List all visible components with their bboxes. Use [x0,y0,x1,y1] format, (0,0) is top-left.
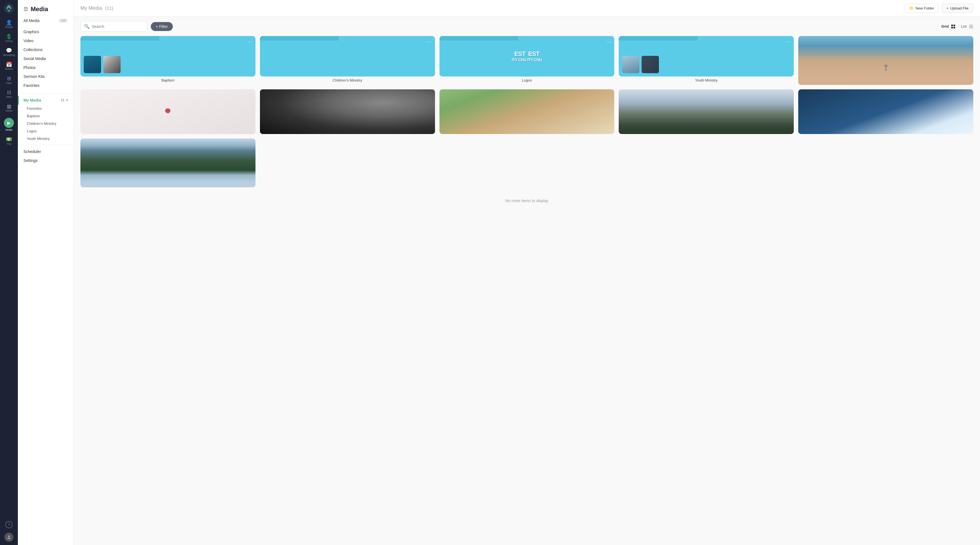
sidebar-item-events[interactable]: 📅 Events [0,60,18,73]
image-dark-church[interactable] [619,89,794,134]
youth-ministry-sub-item[interactable]: Youth Ministry [21,135,73,142]
svg-rect-2 [951,25,953,26]
folder-youth-ministry[interactable]: ··· Youth Ministry [619,36,794,85]
upload-icon: + [947,6,949,10]
image-hands-heart[interactable] [80,89,256,134]
svg-rect-6 [969,25,973,25]
sidebar-item-pay[interactable]: 💵 Pay [0,135,18,148]
video-item[interactable]: Video [18,36,73,45]
filter-button[interactable]: + Filter [151,22,173,31]
logos-label: Logos [439,76,614,83]
settings-item[interactable]: Settings [18,156,73,165]
image-desk-laptop[interactable] [439,89,614,134]
sidebar-item-people[interactable]: 👤 People [0,18,18,31]
grid-view-button[interactable]: Grid [941,24,949,29]
baptism-sub-item[interactable]: Baptism [21,112,73,120]
no-more-label: No more items to display [505,199,548,203]
last-row [80,138,973,187]
folder-baptism[interactable]: ··· Baptism [80,36,256,85]
youth-thumb-2 [642,56,659,73]
photos-item[interactable]: Photos [18,63,73,72]
people-label: People [5,26,13,29]
social-media-label: Social Media [24,56,46,61]
page-title-text: My Media [80,5,102,11]
help-button[interactable]: ? [4,519,14,531]
my-media-header[interactable]: My Media 11 ▾ [18,96,73,105]
search-input[interactable] [92,24,144,29]
sidebar-item-media[interactable]: ▶ Media [0,116,18,133]
sidebar-item-chms[interactable]: ▦ ChMS [0,102,18,114]
events-label: Events [5,68,13,70]
sidebar-item-apps[interactable]: ⊞ Apps [0,74,18,87]
search-icon: 🔍 [84,24,90,29]
view-divider: / [958,24,959,29]
media-icon: ▶ [4,118,14,128]
filter-label: + Filter [156,24,168,29]
app-logo[interactable] [4,3,14,13]
image-forest-lake[interactable] [80,138,256,187]
media-label: Media [6,129,13,131]
favorites-sub-item[interactable]: Favorites [21,105,73,112]
hamburger-menu[interactable]: ☰ [24,6,28,12]
chevron-down-icon: ▾ [66,98,68,102]
baptism-thumb-1 [84,56,101,73]
childrens-ministry-label: Children's Ministry [260,76,435,83]
folder-more-logos[interactable]: ··· [607,39,611,44]
favorites-label: Favorites [24,83,40,88]
new-folder-button[interactable]: 📁 New Folder [905,4,939,13]
giving-label: Giving [5,40,13,43]
sidebar-item-sites[interactable]: ⊟ Sites [0,88,18,100]
baptism-thumb-2 [103,56,121,73]
childrens-ministry-sub-item[interactable]: Children's Ministry [21,120,73,127]
image-ocean-wake[interactable] [798,89,973,134]
folder-more-youth[interactable]: ··· [786,39,791,44]
events-icon: 📅 [6,62,12,67]
no-more-items: No more items to display [80,192,973,210]
svg-rect-5 [953,27,955,29]
graphics-label: Graphics [24,30,39,34]
folder-logos[interactable]: ··· EST EST ITY CHU ITY CHU Logos [439,36,614,85]
graphics-item[interactable]: Graphics [18,27,73,36]
folder-more-childrens[interactable]: ··· [428,39,432,44]
sermon-kits-item[interactable]: Sermon Kits [18,72,73,81]
folder-more-baptism[interactable]: ··· [248,39,252,44]
list-view-button[interactable]: List [961,24,967,29]
page-title: My Media (11) [80,5,113,11]
folder-icon: 📁 [909,6,914,10]
sermon-kits-label: Sermon Kits [24,74,45,79]
left-nav-header: ☰ Media [18,0,73,15]
all-media-count: 100 [58,18,68,23]
my-media-label: My Media [24,98,41,102]
social-media-item[interactable]: Social Media [18,54,73,63]
toolbar: 🔍 + Filter Grid / List [74,17,980,36]
grid-icon [951,24,955,29]
collections-item[interactable]: Collections [18,45,73,54]
new-folder-label: New Folder [915,6,934,10]
image-moon-surface[interactable] [260,89,435,134]
user-avatar[interactable] [5,533,13,542]
logos-sub-item[interactable]: Logos [21,127,73,135]
pay-label: Pay [7,142,11,145]
my-media-count: 11 [61,98,65,102]
baptism-sub-label: Baptism [27,114,40,118]
favorites-sub-label: Favorites [27,106,41,111]
favorites-item[interactable]: Favorites [18,81,73,90]
view-toggle: Grid / List [941,24,973,29]
scheduler-item[interactable]: Scheduler [18,147,73,156]
all-media-item[interactable]: All Media 100 [18,16,73,25]
svg-rect-4 [951,27,953,29]
sidebar-item-messaging[interactable]: 💬 Messaging [0,46,18,59]
upload-file-button[interactable]: + Upload File [942,4,973,13]
sidebar-item-giving[interactable]: 💲 Giving [0,32,18,44]
svg-rect-8 [969,28,973,28]
people-icon: 👤 [6,20,12,25]
logos-text-overlay: EST EST ITY CHU ITY CHU [512,51,542,62]
folder-childrens-ministry[interactable]: ··· Children's Ministry [260,36,435,85]
top-bar-actions: 📁 New Folder + Upload File [905,4,973,13]
image-church-exterior[interactable] [798,36,973,85]
svg-rect-3 [953,25,955,26]
youth-thumb-1 [622,56,640,73]
sites-label: Sites [6,95,12,98]
left-nav: ☰ Media All Media 100 Graphics Video Col… [18,0,74,545]
icon-sidebar: 👤 People 💲 Giving 💬 Messaging 📅 Events ⊞… [0,0,18,545]
